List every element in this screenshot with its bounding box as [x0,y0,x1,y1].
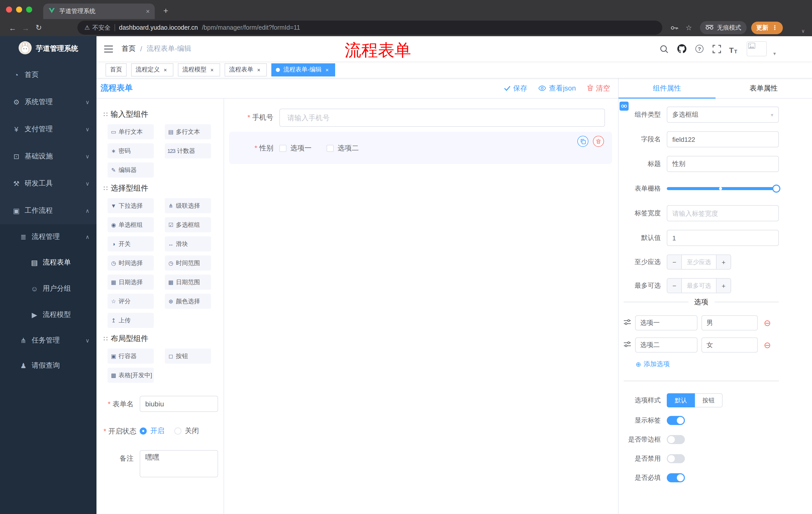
component-textarea[interactable]: ▤多行文本 [165,124,211,139]
clear-button[interactable]: 清空 [587,84,610,93]
tab-form-properties[interactable]: 表单属性 [715,78,812,98]
text-size-icon[interactable]: TT [729,43,740,54]
component-password[interactable]: ∗密码 [108,143,154,158]
decrease-button[interactable]: − [667,255,682,269]
view-json-button[interactable]: 查看json [539,84,576,93]
forward-icon[interactable]: → [19,21,32,34]
save-button[interactable]: 保存 [504,84,527,93]
min-select-value[interactable]: 至少应选 [682,255,717,269]
tag-process-form[interactable]: 流程表单 × [225,63,267,76]
tab-component-properties[interactable]: 组件属性 [618,78,715,98]
zoom-window-button[interactable] [26,6,32,12]
phone-field-row[interactable]: 手机号 [229,109,612,127]
sidebar-item-workflow[interactable]: ▣ 工作流程 ∧ [0,197,96,224]
title-input[interactable] [667,156,779,172]
option-value-input[interactable] [701,315,758,330]
drag-handle-icon[interactable] [624,341,631,350]
close-icon[interactable]: × [255,66,262,73]
required-toggle[interactable] [667,473,685,482]
help-icon[interactable]: ? [694,43,705,54]
close-window-button[interactable] [6,6,12,12]
fullscreen-icon[interactable] [712,43,723,54]
sidebar-item-process-form[interactable]: ▤ 流程表单 [0,249,96,276]
close-icon[interactable]: × [324,66,330,73]
tag-process-definition[interactable]: 流程定义 × [131,63,173,76]
sidebar-item-devtools[interactable]: ⚒ 研发工具 ∨ [0,170,96,197]
avatar-caret-icon[interactable]: ▾ [773,51,776,56]
menu-kebab-icon[interactable]: ⋮ [772,24,778,31]
sidebar-item-home[interactable]: ◔ 首页 [0,61,96,88]
label-width-input[interactable] [667,205,779,221]
link-badge-icon[interactable] [619,102,629,111]
component-color-picker[interactable]: ⊛颜色选择 [165,294,211,309]
border-toggle[interactable] [667,435,685,444]
component-cascader[interactable]: ⋔级联选择 [165,198,211,213]
component-single-line-text[interactable]: ▭单行文本 [108,124,154,139]
form-remark-textarea[interactable]: 嘿嘿 [140,450,218,477]
hamburger-icon[interactable] [96,45,121,53]
close-tab-icon[interactable]: × [146,7,150,15]
component-rate[interactable]: ☆评分 [108,294,154,309]
component-radio-group[interactable]: ◉单选框组 [108,217,154,232]
close-icon[interactable]: × [208,66,215,73]
component-time-range[interactable]: ◷时间范围 [165,255,211,271]
sidebar-item-system[interactable]: ⚙ 系统管理 ∨ [0,88,96,116]
grid-slider[interactable] [667,181,779,197]
breadcrumb-home[interactable]: 首页 [122,44,136,53]
component-counter[interactable]: 123计数器 [165,143,211,158]
increase-button[interactable]: + [717,279,731,293]
sidebar-item-task-management[interactable]: ⋔ 任务管理 ∨ [0,328,96,353]
delete-component-button[interactable] [593,136,604,147]
decrease-button[interactable]: − [667,279,682,293]
style-default-button[interactable]: 默认 [667,393,695,407]
option-value-input[interactable] [701,337,758,353]
sidebar-item-process-model[interactable]: ▶ 流程模型 [0,302,96,328]
component-select[interactable]: ▼下拉选择 [108,198,154,213]
sidebar-item-infrastructure[interactable]: ⊡ 基础设施 ∨ [0,143,96,170]
phone-input[interactable] [279,109,605,127]
option-label-input[interactable] [635,337,697,353]
radio-closed[interactable]: 关闭 [174,427,199,436]
sidebar-item-process-management[interactable]: ≣ 流程管理 ∧ [0,224,96,249]
component-editor[interactable]: ✎编辑器 [108,162,154,178]
bookmark-star-icon[interactable]: ☆ [686,24,692,32]
github-icon[interactable] [676,43,687,54]
component-slider[interactable]: ↔滑块 [165,236,211,251]
back-icon[interactable]: ← [6,21,19,34]
slider-track[interactable] [667,187,779,190]
chevron-down-icon[interactable]: ∨ [801,28,805,34]
security-warning[interactable]: ⚠ 不安全 [84,23,111,32]
form-name-input[interactable] [140,396,218,412]
component-switch[interactable]: ◑开关 [108,236,154,251]
address-bar[interactable]: ⚠ 不安全 dashboard.yudao.iocoder.cn/bpm/man… [77,21,663,35]
component-upload[interactable]: ↥上传 [108,313,154,328]
max-select-value[interactable]: 最多可选 [682,279,717,293]
search-icon[interactable] [659,43,670,54]
component-type-select[interactable]: 多选框组 ▾ [667,107,779,123]
password-key-icon[interactable] [671,25,678,30]
copy-component-button[interactable] [577,136,588,147]
checkbox-option-2[interactable]: 选项二 [327,144,359,153]
reload-icon[interactable]: ↻ [32,21,45,34]
show-label-toggle[interactable] [667,416,685,425]
component-date-range[interactable]: ▦日期范围 [165,275,211,290]
tag-process-model[interactable]: 流程模型 × [178,63,220,76]
option-label-input[interactable] [635,315,697,330]
component-time-picker[interactable]: ◷时间选择 [108,255,154,271]
selected-gender-component[interactable]: 性别 选项一 选项二 [229,132,612,164]
sidebar-item-payment[interactable]: ¥ 支付管理 ∨ [0,116,96,143]
component-checkbox-group[interactable]: ☑多选框组 [165,217,211,232]
style-button-button[interactable]: 按钮 [695,393,723,407]
checkbox-option-1[interactable]: 选项一 [279,144,312,153]
browser-tab[interactable]: 芋道管理系统 × [43,3,155,19]
slider-handle[interactable] [772,185,780,193]
radio-open[interactable]: 开启 [140,427,164,436]
avatar[interactable] [747,41,767,56]
close-icon[interactable]: × [162,66,169,73]
component-button[interactable]: ◻按钮 [165,349,211,363]
default-value-input[interactable] [667,230,779,246]
drag-handle-icon[interactable] [624,318,631,327]
increase-button[interactable]: + [717,255,731,269]
add-option-button[interactable]: ⊕ 添加选项 [636,360,779,369]
sidebar-item-user-group[interactable]: ☺ 用户分组 [0,276,96,302]
